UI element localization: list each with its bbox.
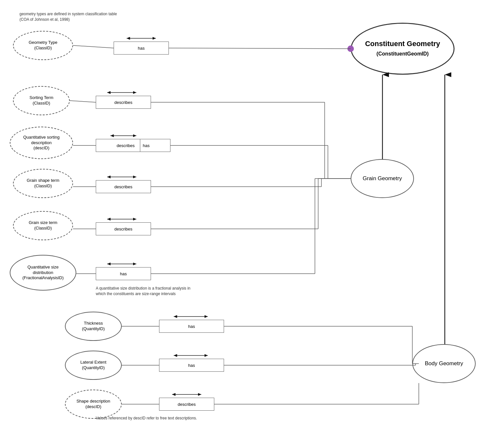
svg-line-9 — [70, 101, 96, 102]
describes-box-3: describes — [96, 222, 151, 235]
has-box-3: has — [159, 320, 224, 333]
shape-desc-node: Shape description(descID) — [65, 390, 122, 419]
svg-line-8 — [169, 48, 351, 49]
body-geometry-node: Body Geometry — [412, 344, 476, 383]
header-annotation: geometry types are defined in system cla… — [19, 11, 117, 22]
sorting-term-node: Sorting Term(ClassID) — [13, 86, 70, 115]
svg-line-6 — [73, 45, 114, 48]
geometry-type-node: Geometry Type(ClassID) — [13, 31, 73, 60]
describes-has-box: describes has — [96, 139, 170, 152]
grain-shape-node: Grain shape term(ClassID) — [13, 169, 73, 198]
has-box-4: has — [159, 359, 224, 372]
lateral-extent-node: Lateral Extent(QuantityID) — [65, 351, 122, 380]
thickness-node: Thickness(QuantityID) — [65, 312, 122, 341]
quant-size-node: Quantitative sizedistribution(Fractional… — [10, 255, 76, 291]
describes-box-1: describes — [96, 96, 151, 109]
describes-box-4: describes — [159, 398, 214, 411]
constituent-geometry-node: Constituent Geometry(ConstituentGeomID) — [351, 23, 455, 75]
grain-geometry-node: Grain Geometry — [351, 159, 414, 198]
quant-sorting-node: Quantitative sortingdescription(descID) — [10, 127, 73, 159]
has-box-2: has — [96, 267, 151, 280]
shape-desc-annotation: Values referenced by descID refer to fre… — [96, 416, 197, 421]
has-box-1: has — [114, 42, 169, 55]
describes-box-2: describes — [96, 180, 151, 193]
quant-size-annotation: A quantitative size distribution is a fr… — [96, 286, 191, 297]
grain-size-node: Grain size term(ClassID) — [13, 211, 73, 240]
diagram-container: geometry types are defined in system cla… — [0, 0, 487, 448]
